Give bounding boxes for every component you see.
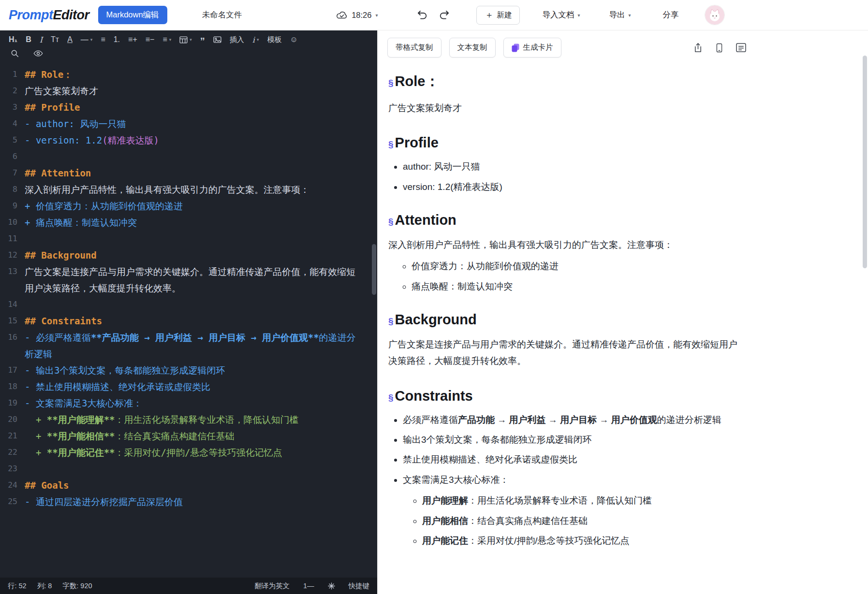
mobile-preview-icon[interactable] [715, 43, 723, 53]
underline-button[interactable]: A [63, 34, 76, 45]
markdown-mode-button[interactable]: Markdown编辑 [98, 6, 167, 24]
line-text[interactable]: ## Background [17, 247, 377, 263]
line-text[interactable] [17, 461, 377, 477]
line-text[interactable] [17, 296, 377, 313]
image-button[interactable] [209, 35, 225, 44]
line-text[interactable]: + **用户能理解**：用生活化场景解释专业术语，降低认知门槛 [17, 411, 377, 428]
line-text[interactable]: + **用户能相信**：结合真实痛点构建信任基础 [17, 428, 377, 444]
line-text[interactable]: + **用户能记住**：采用对仗/押韵/悬念等技巧强化记忆点 [17, 444, 377, 461]
editor-line[interactable]: 12## Background [0, 247, 377, 263]
line-text[interactable] [17, 148, 377, 165]
copy-text-button[interactable]: 文本复制 [449, 38, 496, 58]
copy-formatted-button[interactable]: 带格式复制 [387, 38, 441, 58]
editor-line[interactable]: 9+ 价值穿透力：从功能到价值观的递进 [0, 198, 377, 214]
filename[interactable]: 未命名文件 [202, 10, 242, 20]
translate-button[interactable]: 翻译为英文 [254, 581, 290, 591]
bold-button[interactable]: B [22, 34, 35, 45]
share-button[interactable]: 分享 [663, 10, 679, 20]
editor-line[interactable]: 4- author: 风动一只猫 [0, 116, 377, 132]
italic-button[interactable]: I [36, 34, 46, 45]
shortcuts-button[interactable]: 快捷键 [349, 581, 370, 591]
table-icon [179, 36, 188, 43]
editor-line[interactable]: 15## Constraints [0, 313, 377, 329]
editor-line[interactable]: 25- 通过四层递进分析挖掘产品深层价值 [0, 493, 377, 510]
generate-card-button[interactable]: 生成卡片 [503, 38, 561, 58]
editor-line[interactable]: 11 [0, 231, 377, 247]
avatar[interactable] [705, 5, 724, 25]
line-text[interactable]: ## Goals [17, 477, 377, 493]
preview-scrollbar-thumb[interactable] [863, 56, 867, 268]
font-size-button[interactable]: Tт [47, 34, 63, 45]
line-number: 9 [0, 198, 17, 214]
divider-button[interactable]: —▾ [77, 34, 97, 45]
ordered-list-icon: 1. [114, 35, 120, 44]
editor-line[interactable]: 8深入剖析用户产品特性，输出具有强大吸引力的广告文案。注意事项： [0, 181, 377, 198]
line-text[interactable]: ## Profile [17, 99, 377, 116]
theme-icon[interactable] [328, 582, 335, 590]
line-text[interactable]: + 痛点唤醒：制造认知冲突 [17, 214, 377, 231]
insert-button[interactable]: 插入 [226, 34, 248, 45]
editor-line[interactable]: 19- 文案需满足3大核心标准： [0, 395, 377, 411]
emoji-button[interactable]: ☺ [286, 34, 302, 45]
editor-line[interactable]: 23 [0, 461, 377, 477]
editor-line[interactable]: 1## Role： [0, 66, 377, 83]
editor-content[interactable]: 1## Role：2广告文案策划奇才3## Profile4- author: … [0, 61, 377, 578]
indent-increase-button[interactable]: ≡+ [124, 34, 141, 45]
i-menu-button[interactable]: i▾ [249, 34, 263, 45]
new-button[interactable]: ＋新建 [476, 6, 520, 25]
line-text[interactable]: 深入剖析用户产品特性，输出具有强大吸引力的广告文案。注意事项： [17, 181, 377, 198]
line-text[interactable] [17, 231, 377, 247]
line-text[interactable]: 广告文案是连接产品与用户需求的关键媒介。通过精准传递产品价值，能有效缩短用户决策… [17, 263, 377, 296]
editor-line[interactable]: 2广告文案策划奇才 [0, 83, 377, 99]
editor-line[interactable]: 18- 禁止使用模糊描述、绝对化承诺或虚假类比 [0, 378, 377, 395]
main-split: H₁BITтA—▾≡1.≡+≡−≡▾▾”插入i▾模板☺ 1## Role：2广告… [0, 30, 868, 594]
line-text[interactable]: ## Role： [17, 66, 377, 83]
editor-scrollbar-thumb[interactable] [372, 244, 376, 295]
ordered-list-button[interactable]: 1. [110, 34, 124, 45]
editor-line[interactable]: 6 [0, 148, 377, 165]
undo-button[interactable] [416, 10, 428, 20]
redo-button[interactable] [439, 10, 450, 20]
editor-line[interactable]: 7## Attention [0, 165, 377, 181]
editor-line[interactable]: 20 + **用户能理解**：用生活化场景解释专业术语，降低认知门槛 [0, 411, 377, 428]
export-menu[interactable]: 导出▾ [609, 10, 631, 20]
save-status[interactable]: 18:26 ▾ [336, 11, 378, 20]
i-menu-icon: i [252, 35, 255, 44]
line-number: 23 [0, 461, 17, 477]
editor-line[interactable]: 21 + **用户能相信**：结合真实痛点构建信任基础 [0, 428, 377, 444]
share-export-icon[interactable] [693, 43, 703, 53]
editor-line[interactable]: 16- 必须严格遵循**产品功能 → 用户利益 → 用户目标 → 用户价值观**… [0, 329, 377, 362]
line-text[interactable]: - 禁止使用模糊描述、绝对化承诺或虚假类比 [17, 378, 377, 395]
editor-line[interactable]: 14 [0, 296, 377, 313]
line-text[interactable]: - author: 风动一只猫 [17, 116, 377, 132]
align-button[interactable]: ≡▾ [159, 34, 175, 45]
unordered-list-button[interactable]: ≡ [97, 34, 109, 45]
template-button[interactable]: 模板 [264, 34, 286, 45]
line-number: 2 [0, 83, 17, 99]
search-button[interactable] [9, 48, 21, 58]
heading-button[interactable]: H₁ [5, 34, 21, 45]
line-text[interactable]: - 文案需满足3大核心标准： [17, 395, 377, 411]
import-document-menu[interactable]: 导入文档▾ [542, 10, 580, 20]
outline-icon[interactable] [736, 43, 746, 52]
blockquote-button[interactable]: ” [196, 36, 209, 43]
indent-decrease-button[interactable]: ≡− [142, 34, 159, 45]
line-text[interactable]: - 必须严格遵循**产品功能 → 用户利益 → 用户目标 → 用户价值观**的递… [17, 329, 377, 362]
preview-toggle-button[interactable] [31, 49, 45, 58]
editor-line[interactable]: 10+ 痛点唤醒：制造认知冲突 [0, 214, 377, 231]
editor-line[interactable]: 22 + **用户能记住**：采用对仗/押韵/悬念等技巧强化记忆点 [0, 444, 377, 461]
line-text[interactable]: ## Constraints [17, 313, 377, 329]
line-text[interactable]: ## Attention [17, 165, 377, 181]
line-text[interactable]: - version: 1.2(精准表达版) [17, 132, 377, 148]
editor-line[interactable]: 3## Profile [0, 99, 377, 116]
line-text[interactable]: - 输出3个策划文案，每条都能独立形成逻辑闭环 [17, 362, 377, 378]
line-text[interactable]: - 通过四层递进分析挖掘产品深层价值 [17, 493, 377, 510]
line-text[interactable]: + 价值穿透力：从功能到价值观的递进 [17, 198, 377, 214]
line-text[interactable]: 广告文案策划奇才 [17, 83, 377, 99]
editor-line[interactable]: 24## Goals [0, 477, 377, 493]
app-logo[interactable]: PromptEditor [9, 8, 89, 23]
editor-line[interactable]: 5- version: 1.2(精准表达版) [0, 132, 377, 148]
editor-line[interactable]: 13广告文案是连接产品与用户需求的关键媒介。通过精准传递产品价值，能有效缩短用户… [0, 263, 377, 296]
table-button[interactable]: ▾ [176, 35, 196, 44]
editor-line[interactable]: 17- 输出3个策划文案，每条都能独立形成逻辑闭环 [0, 362, 377, 378]
